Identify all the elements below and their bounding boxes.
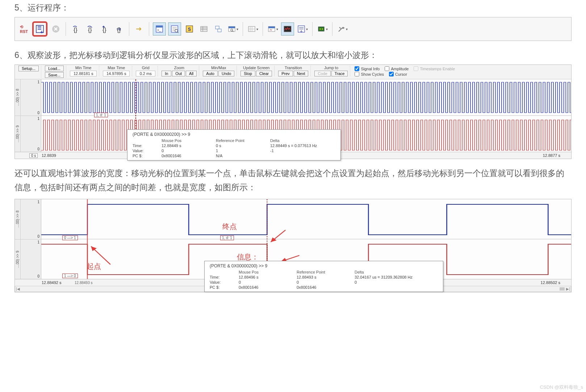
svg-point-26 [322,29,323,30]
body-text-2: 还可以直观地计算波形的宽度：移动光标的位置到某一个点，单击鼠标左键就会把这个点设… [14,166,572,195]
next-transition-button[interactable]: Next [294,71,309,76]
svg-rect-14 [215,26,219,29]
stop-update-button[interactable]: Stop [240,71,255,76]
signal-tooltip-2: (PORTE & 0X00000200) >> 9 Mouse PosRefer… [204,261,443,292]
trace-window-dropdown[interactable] [296,23,309,35]
update-screen-label: Update Screen [243,66,269,70]
left-time-2: 12.88492 s [42,280,61,285]
tooltip-expr: (PORTE & 0X00000200) >> 9 [133,132,335,137]
svg-point-25 [319,29,321,30]
command-window-button[interactable]: >_ [153,22,166,36]
channel-2-label: …00) >> 9 [15,125,20,142]
svg-rect-21 [268,26,275,28]
grid-value: 0.2 ms [136,71,155,76]
svg-rect-24 [318,27,324,31]
svg-rect-31 [41,199,571,239]
show-cycles-checkbox[interactable]: Show Cycles [355,72,384,76]
signal-tooltip-1: (PORTE & 0X00000200) >> 9 Mouse PosRefer… [127,129,341,160]
jump-code-button[interactable]: Code [314,71,330,76]
svg-text:S: S [188,27,191,32]
signal-info-checkbox[interactable]: Signal Info [355,66,380,71]
info-annotation: 信息： [237,252,259,262]
run-to-cursor-button[interactable]: {} [113,23,125,35]
svg-text:{}: {} [117,27,121,33]
zoom-in-button[interactable]: In [162,71,171,76]
run-button-highlight [32,21,47,37]
setup-button[interactable]: Setup... [18,66,39,71]
transition-box-10: 1 —> 0 [62,274,78,278]
waveform-area-1[interactable]: …00) >> 8 10 …00) >> 9 10 1, d: 1 (POR [15,79,571,152]
transition-box-01: 0 —> 1 [62,235,78,240]
svg-rect-15 [218,29,221,32]
sub-time-2: 12.88493 s [75,281,93,285]
amplitude-checkbox[interactable]: Amplitude [385,66,409,71]
step6-heading: 6、观察波形，把光标移动到逻辑分析仪显示波形的区域，上下滚动滑轮，就可以放大和缩… [14,50,572,61]
serial-window-dropdown[interactable] [267,23,279,35]
right-time-1: 12.8877 s [543,153,560,158]
end-annotation: 终点 [222,222,237,232]
waveform-area-2[interactable]: …00) >> 8 10 …00) >> 9 10 [15,199,571,279]
max-time-label: Max Time [108,66,125,70]
zero-time-box: 0 s [29,153,38,158]
start-annotation: 起点 [87,262,101,271]
step-over-button[interactable]: {} [84,23,96,35]
timestamps-checkbox: Timestamps Enable [414,66,455,71]
stop-button[interactable] [50,23,62,35]
zoom-label: Zoom [174,66,184,70]
minmax-label: Min/Max [211,66,226,70]
svg-text:{}: {} [88,27,92,33]
display-options: Signal Info Amplitude Timestamps Enable … [352,66,458,77]
scroll-right-icon[interactable]: ▶| [566,287,570,291]
svg-rect-17 [229,26,235,28]
prev-transition-button[interactable]: Prev [278,71,293,76]
logic-analyzer-panel-1: Setup... Load... Save... Min Time 12.881… [14,64,572,159]
reset-button[interactable]: ⟲RST [18,23,30,35]
run-button[interactable] [34,23,46,35]
channel-1b-label: …00) >> 8 [15,210,20,228]
scrollbar-thumb[interactable] [560,287,565,291]
step-into-button[interactable]: {} [70,23,82,35]
right-time-2: 12.88502 s [541,280,560,285]
disassembly-window-button[interactable] [168,22,181,36]
svg-rect-19 [248,26,255,32]
svg-rect-13 [201,26,207,32]
cursor-checkbox[interactable]: Cursor [389,72,407,76]
min-time-value: 12.88181 s [70,71,97,76]
tooltip-expr-2: (PORTE & 0X00000200) >> 9 [210,263,438,268]
save-button[interactable]: Save... [45,72,64,78]
system-viewer-dropdown[interactable] [316,23,328,35]
load-button[interactable]: Load... [45,66,64,71]
channel-2b-label: …00) >> 9 [15,251,20,268]
svg-rect-27 [41,79,571,116]
max-time-value: 14.97895 s [103,71,130,76]
memory-window-dropdown[interactable] [247,23,259,35]
registers-window-button[interactable] [198,23,210,35]
logic-analyzer-button[interactable] [281,22,294,36]
cursor-value-box: 1, d: 1 [94,113,108,117]
channel-1-label: …00) >> 8 [15,89,20,106]
svg-rect-7 [156,26,163,28]
zoom-out-button[interactable]: Out [172,71,185,76]
tools-dropdown[interactable] [336,23,348,35]
symbols-window-button[interactable]: S [183,23,196,35]
jump-trace-button[interactable]: Trace [331,71,348,76]
step5-heading: 5、运行程序： [14,2,572,13]
step-out-button[interactable]: {} [99,23,111,35]
watch-window-dropdown[interactable] [227,23,239,35]
undo-button[interactable]: Undo [218,71,234,76]
scroll-left-icon[interactable]: |◀ [16,287,20,291]
goto-button[interactable] [133,23,145,35]
debug-toolbar: ⟲RST {} {} {} {} >_ S [14,17,572,41]
min-time-label: Min Time [75,66,92,70]
clear-button[interactable]: Clear [256,71,272,76]
left-time-1: 12.8839 [42,153,56,158]
zoom-all-button[interactable]: All [186,71,197,76]
svg-text:{}: {} [74,27,78,33]
cursor-value-box-2: 1, d: 1 [220,235,234,240]
auto-button[interactable]: Auto [203,71,218,76]
svg-text:{}: {} [102,27,106,33]
callstack-window-button[interactable] [212,23,225,35]
grid-label: Grid [142,66,150,70]
transition-label: Transition [285,66,302,70]
la-controls: Setup... Load... Save... Min Time 12.881… [15,65,571,79]
